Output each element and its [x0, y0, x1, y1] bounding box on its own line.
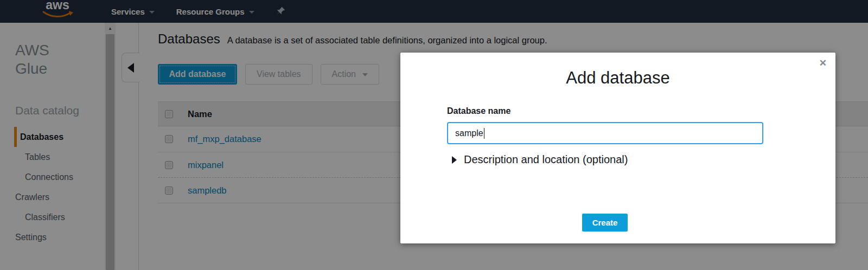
modal-title: Add database: [400, 68, 835, 88]
close-icon[interactable]: ✕: [819, 57, 827, 69]
database-name-label: Database name: [447, 106, 510, 116]
create-button[interactable]: Create: [582, 214, 628, 232]
description-location-label: Description and location (optional): [464, 153, 628, 166]
description-location-toggle[interactable]: Description and location (optional): [452, 153, 628, 166]
add-database-modal: ✕ Add database Database name sample Desc…: [400, 53, 835, 243]
aws-glue-console: aws Services Resource Groups AWS Glue Da…: [0, 0, 868, 270]
database-name-input[interactable]: sample: [447, 122, 763, 144]
database-name-value: sample: [455, 128, 483, 138]
text-cursor: [484, 128, 484, 139]
disclosure-right-icon: [452, 156, 457, 164]
